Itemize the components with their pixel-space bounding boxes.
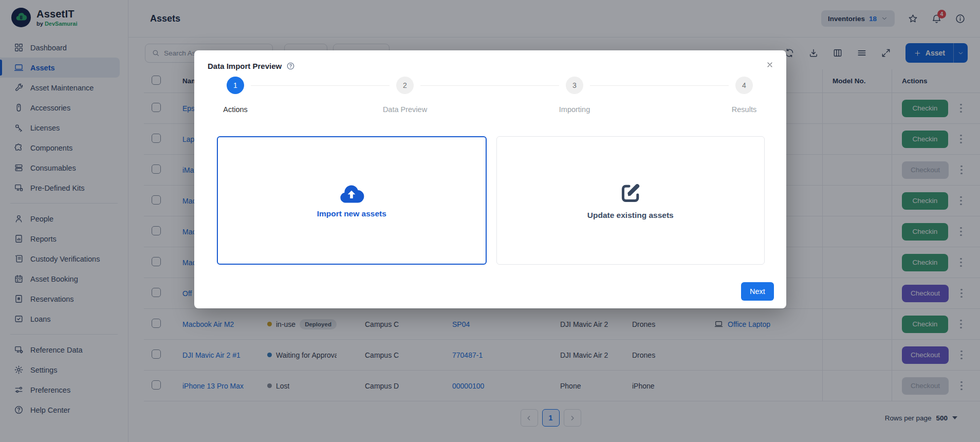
update-existing-assets-card[interactable]: Update existing assets — [496, 136, 765, 265]
step-label: Results — [732, 105, 756, 114]
modal-title: Data Import Preview — [208, 62, 282, 70]
stepper-connector — [420, 85, 559, 86]
edit-square-icon — [619, 181, 642, 205]
step-number: 4 — [735, 77, 753, 94]
step-number: 1 — [227, 77, 244, 94]
stepper-connector — [590, 85, 729, 86]
step-label: Data Preview — [383, 105, 427, 114]
step-number: 2 — [396, 77, 414, 94]
import-new-assets-card[interactable]: Import new assets — [217, 136, 487, 265]
step-actions[interactable]: 1Actions — [227, 77, 244, 94]
next-button[interactable]: Next — [741, 282, 774, 301]
import-stepper: 1Actions2Data Preview3Importing4Results — [227, 77, 753, 94]
stepper-connector — [251, 85, 390, 86]
step-label: Importing — [559, 105, 590, 114]
step-label: Actions — [223, 105, 248, 114]
question-circle-icon[interactable] — [286, 62, 295, 70]
step-number: 3 — [566, 77, 583, 94]
step-importing[interactable]: 3Importing — [566, 77, 583, 94]
close-icon[interactable] — [766, 61, 774, 69]
step-data-preview[interactable]: 2Data Preview — [396, 77, 414, 94]
data-import-modal: Data Import Preview 1Actions2Data Previe… — [194, 50, 786, 308]
step-results[interactable]: 4Results — [735, 77, 753, 94]
cloud-upload-icon — [338, 183, 365, 204]
